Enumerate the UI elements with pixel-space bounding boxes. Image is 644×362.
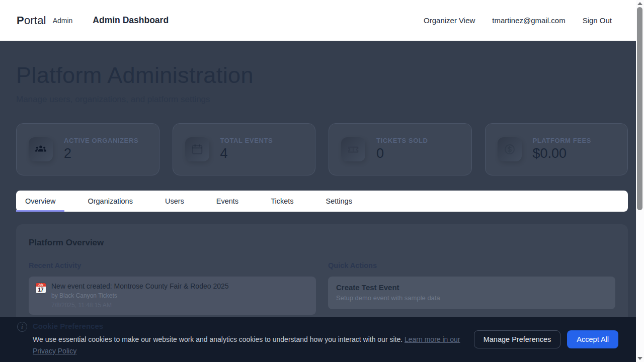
tab-events[interactable]: Events bbox=[207, 191, 248, 212]
overview-columns: Recent Activity July 17 New event create… bbox=[29, 261, 615, 315]
cookie-message: We use essential cookies to make our web… bbox=[33, 334, 462, 356]
sign-out-link[interactable]: Sign Out bbox=[583, 16, 612, 25]
people-group-icon bbox=[29, 137, 53, 161]
tab-overview[interactable]: Overview bbox=[16, 191, 64, 212]
stat-card-tickets-sold: TICKETS SOLD 0 bbox=[329, 123, 472, 175]
calendar-emoji-icon: July 17 bbox=[36, 283, 46, 293]
organizer-view-link[interactable]: Organizer View bbox=[424, 16, 475, 25]
stat-text: ACTIVE ORGANIZERS 2 bbox=[64, 137, 138, 161]
user-email: tmartinez@gmail.com bbox=[492, 16, 565, 25]
activity-text: New event created: Montrose County Fair … bbox=[51, 282, 229, 309]
activity-title: New event created: Montrose County Fair … bbox=[51, 282, 229, 290]
activity-timestamp: 7/8/2025, 11:48:15 AM bbox=[51, 302, 229, 309]
stat-value: 2 bbox=[64, 146, 138, 161]
logo-text: ortal bbox=[24, 14, 46, 27]
cookie-text-block: Cookie Preferences We use essential cook… bbox=[33, 322, 462, 356]
ticket-icon bbox=[341, 137, 365, 161]
info-icon: i bbox=[17, 322, 27, 332]
stat-text: PLATFORM FEES $0.00 bbox=[533, 137, 592, 161]
stat-label: TOTAL EVENTS bbox=[220, 137, 273, 144]
hero-section: Platform Administration Manage users, or… bbox=[0, 41, 644, 175]
quick-action-description: Setup demo event with sample data bbox=[336, 294, 607, 302]
page-title: Admin Dashboard bbox=[93, 15, 169, 26]
quick-actions-heading: Quick Actions bbox=[328, 261, 615, 269]
stat-card-active-organizers: ACTIVE ORGANIZERS 2 bbox=[16, 123, 159, 175]
stat-card-total-events: TOTAL EVENTS 4 bbox=[173, 123, 316, 175]
cookie-message-text: We use essential cookies to make our web… bbox=[33, 335, 403, 343]
stat-text: TICKETS SOLD 0 bbox=[376, 137, 428, 161]
top-nav: Organizer View tmartinez@gmail.com Sign … bbox=[424, 16, 612, 25]
recent-activity-column: Recent Activity July 17 New event create… bbox=[29, 261, 316, 315]
activity-organizer: by Black Canyon Tickets bbox=[51, 292, 229, 299]
stat-text: TOTAL EVENTS 4 bbox=[220, 137, 273, 161]
scroll-up-arrow-icon[interactable] bbox=[637, 2, 642, 5]
logo-letter: P bbox=[17, 14, 24, 27]
cookie-consent-banner: i Cookie Preferences We use essential co… bbox=[0, 317, 644, 362]
create-test-event-action[interactable]: Create Test Event Setup demo event with … bbox=[328, 277, 615, 309]
activity-list-item: July 17 New event created: Montrose Coun… bbox=[29, 277, 316, 315]
vertical-scrollbar[interactable] bbox=[636, 0, 644, 362]
stat-value: 4 bbox=[220, 146, 273, 161]
quick-actions-column: Quick Actions Create Test Event Setup de… bbox=[328, 261, 615, 315]
portal-logo[interactable]: Portal bbox=[17, 14, 46, 27]
stats-row: ACTIVE ORGANIZERS 2 TOTAL EVENTS 4 bbox=[16, 123, 628, 175]
stat-card-platform-fees: PLATFORM FEES $0.00 bbox=[485, 123, 628, 175]
scrollbar-thumb[interactable] bbox=[637, 7, 642, 210]
cookie-buttons: Manage Preferences Accept All bbox=[474, 330, 618, 348]
scroll-down-arrow-icon[interactable] bbox=[637, 357, 642, 360]
fees-icon bbox=[498, 137, 522, 161]
hero-subtitle: Manage users, organizations, and platfor… bbox=[16, 95, 628, 105]
admin-badge: Admin bbox=[53, 17, 73, 25]
cookie-heading: Cookie Preferences bbox=[33, 322, 462, 330]
hero-title: Platform Administration bbox=[16, 63, 628, 88]
tab-organizations[interactable]: Organizations bbox=[78, 191, 141, 212]
calendar-day: 17 bbox=[36, 287, 46, 293]
stat-label: ACTIVE ORGANIZERS bbox=[64, 137, 138, 144]
top-header: Portal Admin Admin Dashboard Organizer V… bbox=[0, 0, 644, 41]
stat-value: 0 bbox=[376, 146, 428, 161]
stat-label: PLATFORM FEES bbox=[533, 137, 592, 144]
manage-preferences-button[interactable]: Manage Preferences bbox=[474, 330, 561, 348]
tab-users[interactable]: Users bbox=[156, 191, 193, 212]
recent-activity-heading: Recent Activity bbox=[29, 261, 316, 269]
tab-settings[interactable]: Settings bbox=[317, 191, 361, 212]
calendar-month: July bbox=[36, 283, 46, 287]
cookie-banner-content: i Cookie Preferences We use essential co… bbox=[17, 322, 462, 356]
card-title: Platform Overview bbox=[29, 238, 615, 248]
accept-all-button[interactable]: Accept All bbox=[567, 330, 618, 348]
stat-label: TICKETS SOLD bbox=[376, 137, 428, 144]
admin-tab-bar: Overview Organizations Users Events Tick… bbox=[16, 191, 628, 212]
calendar-icon bbox=[185, 137, 209, 161]
quick-action-title: Create Test Event bbox=[336, 283, 607, 292]
stat-value: $0.00 bbox=[533, 146, 592, 161]
tab-tickets[interactable]: Tickets bbox=[262, 191, 302, 212]
